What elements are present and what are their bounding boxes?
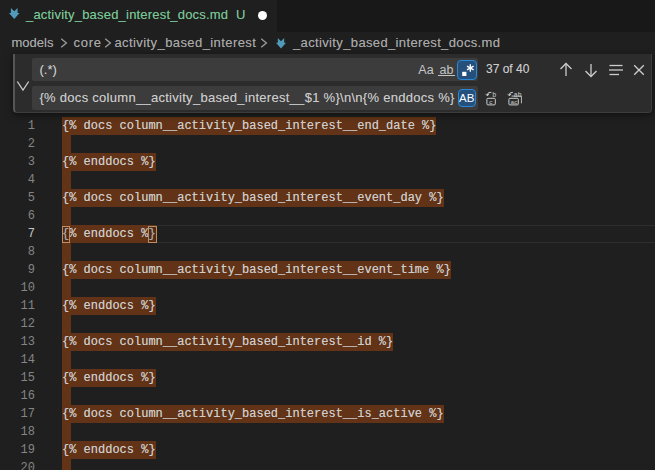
svg-text:ab: ab bbox=[514, 92, 522, 99]
svg-text:c: c bbox=[489, 99, 493, 106]
svg-text:ac: ac bbox=[510, 99, 518, 106]
